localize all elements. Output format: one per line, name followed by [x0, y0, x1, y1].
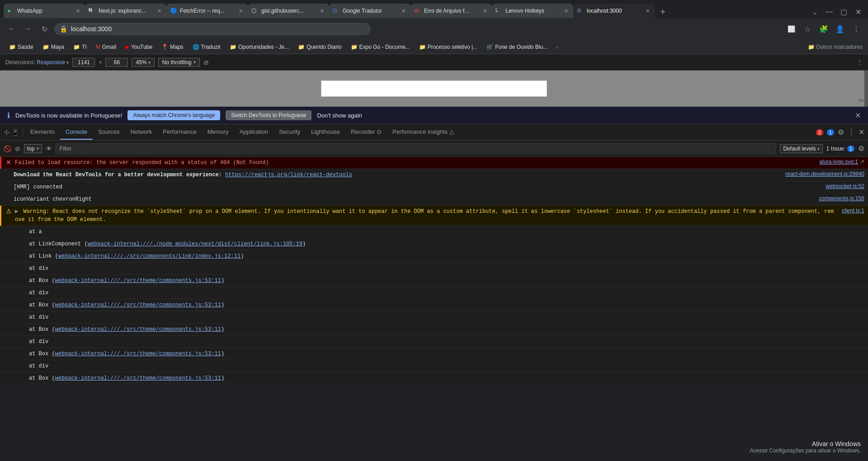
- tab-security[interactable]: Security: [274, 125, 306, 140]
- warning-source[interactable]: client.js:1: [835, 207, 864, 214]
- inspect-element-icon[interactable]: ⊹: [4, 128, 9, 136]
- tab-close-button[interactable]: ✕: [400, 7, 407, 14]
- tab-elements[interactable]: Elements: [25, 125, 60, 140]
- preview-search-input[interactable]: [321, 80, 547, 97]
- tab-memory[interactable]: Memory: [202, 125, 234, 140]
- error-source[interactable]: alura-logo.svg:1: [812, 159, 858, 165]
- tab-close-button[interactable]: ✕: [562, 7, 570, 14]
- new-tab-button[interactable]: +: [656, 5, 669, 18]
- notification-close-button[interactable]: ✕: [855, 111, 861, 120]
- close-button[interactable]: ✕: [852, 5, 864, 18]
- tab-close-button[interactable]: ✕: [318, 7, 326, 14]
- tab-application[interactable]: Application: [234, 125, 274, 140]
- bookmark-expo[interactable]: 📁 Expo Go - Docume...: [347, 43, 414, 51]
- context-dropdown-icon: ▾: [37, 146, 39, 151]
- tab-sources[interactable]: Sources: [93, 125, 125, 140]
- levels-selector[interactable]: Default levels ▾: [780, 144, 822, 153]
- settings-icon[interactable]: ⚙: [838, 128, 844, 136]
- bookmark-querido[interactable]: 📁 Querido Diario: [294, 43, 345, 51]
- tab-lenovo[interactable]: L Lenovo Hotkeys ✕: [492, 4, 573, 18]
- bookmark-fone[interactable]: 🛒 Fone de Ouvido Blu...: [483, 43, 551, 51]
- filter-input[interactable]: [56, 143, 777, 154]
- box4-link[interactable]: webpack-internal:///./src/theme/componen…: [55, 351, 221, 357]
- tab-gist[interactable]: ⬡ gist.githubuserc... ✕: [248, 4, 329, 18]
- minimize-button[interactable]: —: [823, 5, 835, 18]
- width-input[interactable]: [72, 58, 95, 67]
- bookmark-label: Processo seletivo |...: [428, 44, 478, 50]
- external-link-icon[interactable]: ↗: [858, 159, 864, 165]
- box3-link[interactable]: webpack-internal:///./src/theme/componen…: [55, 326, 221, 333]
- height-input[interactable]: [105, 58, 128, 67]
- tab-tradutor[interactable]: G Google Tradutor ✕: [329, 4, 410, 18]
- reload-button[interactable]: ↻: [38, 23, 51, 35]
- tab-close-button[interactable]: ✕: [481, 7, 488, 14]
- back-button[interactable]: ←: [5, 23, 18, 35]
- responsive-dropdown-icon[interactable]: ▾: [66, 60, 69, 65]
- expand-arrow[interactable]: ▶: [15, 208, 18, 215]
- bookmark-button[interactable]: ☆: [801, 23, 814, 35]
- bookmark-traduzir[interactable]: 🌐 Traduzir: [189, 43, 225, 51]
- devtools-text: Download the React DevTools for a better…: [14, 171, 778, 179]
- tab-nextjs[interactable]: N Next.js: exploranc... ✕: [85, 4, 166, 18]
- close-devtools-button[interactable]: ✕: [859, 128, 864, 136]
- throttle-value: No throttling: [162, 59, 192, 66]
- tab-close-button[interactable]: ✕: [644, 7, 651, 14]
- bookmark-processo[interactable]: 📁 Processo seletivo |...: [415, 43, 481, 51]
- forward-button[interactable]: →: [22, 23, 34, 35]
- url-text: localhost:3000: [71, 25, 365, 33]
- tab-whatsapp[interactable]: ● WhatsApp ✕: [4, 4, 85, 18]
- tab-search-button[interactable]: ⌄: [808, 5, 821, 18]
- extensions-button[interactable]: 🧩: [817, 23, 830, 35]
- device-toolbar-icon[interactable]: 📱: [11, 129, 19, 136]
- more-tabs-icon[interactable]: ⋮: [848, 128, 855, 136]
- cast-button[interactable]: ⬜: [785, 23, 797, 35]
- maximize-button[interactable]: ▢: [837, 5, 850, 18]
- bookmark-maps[interactable]: 📍 Maps: [158, 43, 187, 51]
- context-selector[interactable]: top ▾: [24, 144, 42, 153]
- eye-icon[interactable]: 👁: [46, 145, 52, 152]
- link-link[interactable]: webpack-internal:///./src/components/Lin…: [58, 253, 241, 259]
- tab-close-button[interactable]: ✕: [74, 7, 81, 14]
- zoom-selector[interactable]: 45% ▾: [132, 58, 154, 67]
- profile-button[interactable]: 👤: [834, 23, 846, 35]
- devtools-source[interactable]: react-dom.development.js:29840: [778, 171, 864, 177]
- tab-erro[interactable]: ⊘ Erro de Arquivo f... ✕: [410, 4, 492, 18]
- bookmark-maya[interactable]: 📁 Maya: [39, 43, 68, 51]
- bookmark-gmail[interactable]: M Gmail: [92, 43, 120, 51]
- tab-fetcherror[interactable]: 🔵 FetchError -- req... ✕: [166, 4, 248, 18]
- switch-language-button[interactable]: Switch DevTools to Portuguese: [226, 110, 311, 120]
- tab-localhost[interactable]: ⊙ localhost:3000 ✕: [573, 4, 655, 18]
- hmr-source[interactable]: websocket.js:52: [819, 183, 864, 189]
- throttle-selector[interactable]: No throttling ▾: [158, 58, 200, 67]
- bookmark-saude[interactable]: 📁 Saúde: [5, 43, 37, 51]
- linkcomponent-link[interactable]: webpack-internal:///./node_modules/next/…: [88, 241, 302, 247]
- network-conditions-icon[interactable]: ⊘: [203, 59, 209, 66]
- react-devtools-link[interactable]: https://reactjs.org/link/react-devtools: [225, 172, 352, 178]
- clear-console-icon[interactable]: 🚫: [4, 145, 11, 152]
- bookmark-oportunidades[interactable]: 📁 Oportunidades - Je...: [226, 43, 292, 51]
- dont-show-again-link[interactable]: Don't show again: [317, 112, 362, 119]
- tab-recorder[interactable]: Recorder ⊙: [345, 125, 387, 140]
- box2-link[interactable]: webpack-internal:///./src/theme/componen…: [55, 302, 221, 308]
- more-options-icon[interactable]: ⋮: [857, 59, 863, 66]
- bookmark-youtube[interactable]: ▶ YouTube: [122, 43, 156, 51]
- box5-link[interactable]: webpack-internal:///./src/theme/componen…: [55, 375, 221, 381]
- tab-performance-insights[interactable]: Performance insights △: [387, 125, 459, 140]
- box1-link[interactable]: webpack-internal:///./src/theme/componen…: [55, 278, 221, 284]
- menu-button[interactable]: ⋮: [850, 23, 863, 35]
- tab-console[interactable]: Console: [60, 125, 93, 140]
- url-bar[interactable]: 🔒 localhost:3000: [54, 23, 371, 35]
- match-language-button[interactable]: Always match Chrome's language: [127, 110, 220, 120]
- iconvariant-source[interactable]: components.js:156: [811, 195, 864, 202]
- bookmark-ti[interactable]: 📁 TI: [70, 43, 90, 51]
- block-icon[interactable]: ⊘: [15, 145, 20, 152]
- tab-close-button[interactable]: ✕: [156, 7, 163, 14]
- warning-badge: 1: [827, 129, 834, 136]
- resize-handle[interactable]: ⋮: [864, 71, 868, 107]
- tab-lighthouse[interactable]: Lighthouse: [306, 125, 345, 140]
- tab-network[interactable]: Network: [125, 125, 158, 140]
- console-settings-icon[interactable]: ⚙: [858, 144, 864, 153]
- other-bookmarks[interactable]: 📁 Outros marcadores: [808, 44, 863, 50]
- tab-performance[interactable]: Performance: [157, 125, 202, 140]
- tab-close-button[interactable]: ✕: [237, 7, 244, 14]
